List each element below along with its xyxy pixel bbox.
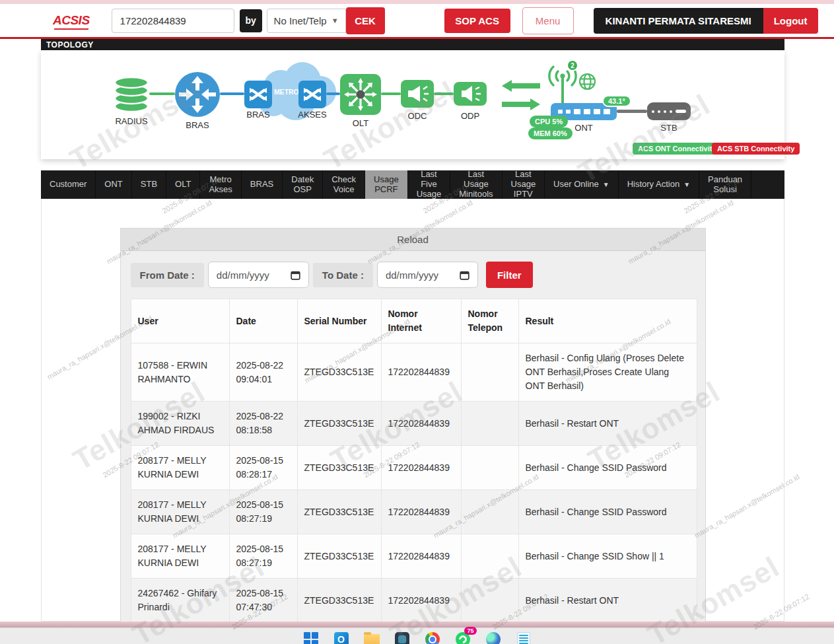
wifi-count-badge: 2 — [567, 59, 578, 71]
tab-user-online[interactable]: User Online▼ — [545, 170, 619, 199]
table-cell: Berhasil - Change SSID Show || 1 — [518, 534, 697, 579]
chrome-icon[interactable] — [424, 631, 441, 644]
chevron-down-icon: ▼ — [683, 181, 690, 189]
table-cell: 2025-08-15 08:27:19 — [229, 490, 297, 534]
topology-title: TOPOLOGY — [41, 39, 784, 50]
radius-label: RADIUS — [105, 116, 158, 126]
bras-label: BRAS — [171, 120, 224, 130]
table-cell: 172202844839 — [381, 579, 461, 623]
table-cell: ZTEGD33C513E — [297, 534, 381, 579]
tab-panduan-solusi[interactable]: Panduan Solusi — [699, 170, 751, 199]
tab-history-action[interactable]: History Action▼ — [619, 170, 699, 199]
tab-ont[interactable]: ONT — [96, 170, 131, 199]
tab-label: Last Five Usage — [417, 170, 442, 199]
table-cell: 172202844839 — [381, 446, 461, 490]
table-cell: 172202844839 — [381, 534, 461, 579]
tab-metro-akses[interactable]: Metro Akses — [200, 170, 241, 199]
page: ACSIS by No Inet/Telp ▼ CEK SOP ACS Menu… — [0, 0, 834, 644]
table-cell — [461, 579, 518, 623]
menu-button[interactable]: Menu — [522, 7, 574, 34]
tab-label: OLT — [175, 180, 191, 190]
logout-button[interactable]: Logout — [763, 8, 818, 34]
column-header: Serial Number — [297, 299, 381, 343]
table-cell — [461, 490, 518, 534]
tab-olt[interactable]: OLT — [166, 170, 200, 199]
teams-app-icon[interactable] — [394, 631, 411, 644]
tab-label: Last Usage Minitools — [459, 170, 493, 199]
tab-datek-osp[interactable]: Datek OSP — [283, 170, 323, 199]
odc-label: ODC — [391, 111, 444, 121]
sop-acs-button[interactable]: SOP ACS — [444, 9, 510, 33]
table-cell — [461, 534, 518, 579]
link-olt-odc — [381, 92, 401, 95]
usage-panel: Reload From Date : dd/mm/yyyy To Date : … — [120, 228, 706, 634]
tab-label: History Action — [627, 180, 679, 190]
tab-bar: CustomerONTSTBOLTMetro AksesBRASDatek OS… — [41, 170, 784, 199]
link-metro-olt — [326, 92, 340, 95]
whatsapp-badge: 75 — [464, 627, 476, 635]
table-cell: 172202844839 — [381, 343, 461, 402]
acs-ont-connectivity-button[interactable]: ACS ONT Connectivity — [633, 143, 722, 155]
olt-icon — [340, 74, 381, 115]
date-filter-row: From Date : dd/mm/yyyy To Date : dd/mm/y… — [131, 262, 695, 288]
tab-stb[interactable]: STB — [132, 170, 166, 199]
tab-bras[interactable]: BRAS — [242, 170, 283, 199]
odp-label: ODP — [444, 111, 497, 121]
internet-globe-icon — [578, 73, 596, 90]
stb-label: STB — [647, 123, 691, 133]
windows-icon[interactable] — [302, 631, 320, 644]
metro-bras-switch-icon — [244, 81, 272, 108]
transfer-arrows-icon — [502, 80, 540, 110]
column-header: Nomor Internet — [381, 299, 461, 343]
tab-label: Check Voice — [331, 175, 356, 195]
olt-label: OLT — [334, 118, 387, 128]
table-cell: 24267462 - Ghifary Prinardi — [131, 579, 229, 623]
table-cell: 2025-08-22 09:04:01 — [229, 343, 297, 402]
from-date-label: From Date : — [131, 263, 204, 287]
tab-label: BRAS — [250, 180, 273, 190]
table-cell — [461, 402, 518, 446]
edge-icon[interactable] — [485, 631, 502, 644]
notepad-icon[interactable] — [515, 631, 532, 644]
tab-check-voice[interactable]: Check Voice — [323, 170, 365, 199]
odp-icon — [454, 82, 487, 106]
radius-database-icon — [114, 76, 149, 113]
table-body: 107588 - ERWIN RAHMANTO2025-08-22 09:04:… — [131, 343, 697, 623]
stb-icon — [647, 102, 691, 120]
tab-label: Panduan Solusi — [708, 175, 742, 195]
table-row: 208177 - MELLY KURNIA DEWI2025-08-15 08:… — [131, 490, 697, 534]
tab-usage-pcrf[interactable]: Usage PCRF — [365, 170, 408, 199]
table-cell: 199002 - RIZKI AHMAD FIRDAUS — [131, 402, 229, 446]
table-cell: 208177 - MELLY KURNIA DEWI — [131, 534, 229, 579]
filter-button[interactable]: Filter — [486, 262, 533, 288]
chevron-down-icon: ▼ — [603, 181, 609, 189]
outlook-icon[interactable]: O — [333, 631, 350, 644]
column-header: Result — [518, 299, 697, 343]
ont-temperature-badge: 43.1° — [602, 95, 631, 107]
acs-stb-connectivity-button[interactable]: ACS STB Connectivity — [712, 143, 800, 155]
table-cell: 208177 - MELLY KURNIA DEWI — [131, 490, 229, 534]
table-cell — [461, 343, 518, 402]
odc-icon — [401, 80, 434, 108]
tab-customer[interactable]: Customer — [41, 170, 96, 199]
taskbar: O 75 — [0, 627, 834, 644]
tab-last-five-usage[interactable]: Last Five Usage — [408, 170, 451, 199]
tab-last-usage-iptv[interactable]: Last Usage IPTV — [503, 170, 545, 199]
by-label: by — [240, 9, 262, 32]
table-cell: Berhasil - Change SSID Password — [518, 446, 697, 490]
cek-button[interactable]: CEK — [346, 7, 385, 34]
to-date-input[interactable]: dd/mm/yyyy — [377, 262, 478, 288]
user-name-button[interactable]: KINANTI PERMATA SITARESMI — [594, 8, 763, 34]
tab-label: Usage PCRF — [374, 175, 399, 195]
table-row: 199002 - RIZKI AHMAD FIRDAUS2025-08-22 0… — [131, 402, 697, 446]
top-navbar: ACSIS by No Inet/Telp ▼ CEK SOP ACS Menu… — [0, 4, 834, 37]
usage-table: UserDateSerial NumberNomor InternetNomor… — [131, 299, 697, 623]
from-date-input[interactable]: dd/mm/yyyy — [208, 262, 309, 288]
whatsapp-icon[interactable]: 75 — [454, 631, 471, 644]
folder-icon[interactable] — [363, 631, 380, 644]
tab-last-usage-minitools[interactable]: Last Usage Minitools — [450, 170, 502, 199]
reload-button[interactable]: Reload — [121, 229, 705, 251]
search-input[interactable] — [112, 9, 234, 33]
tab-label: Metro Akses — [209, 175, 232, 195]
search-type-select[interactable]: No Inet/Telp ▼ — [267, 9, 346, 33]
